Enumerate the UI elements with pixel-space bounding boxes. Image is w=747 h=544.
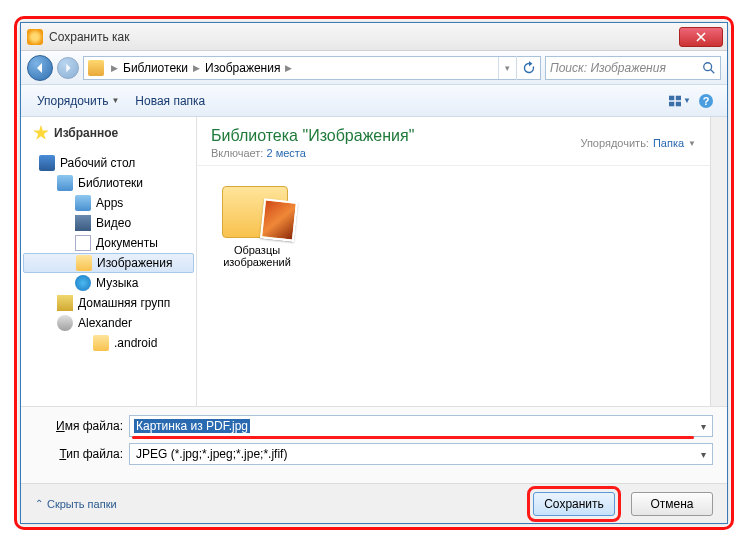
- hide-folders-toggle[interactable]: ⌃Скрыть папки: [35, 498, 117, 510]
- libraries-icon: [88, 60, 104, 76]
- folder-item[interactable]: Образцы изображений: [211, 180, 303, 268]
- search-placeholder: Поиск: Изображения: [550, 61, 666, 75]
- homegroup-icon: [57, 295, 73, 311]
- video-icon: [75, 215, 91, 231]
- organize-button[interactable]: Упорядочить▼: [29, 90, 127, 112]
- titlebar: Сохранить как: [21, 23, 727, 51]
- breadcrumb[interactable]: ▶ Библиотеки ▶ Изображения ▶ ▾: [83, 56, 541, 80]
- sidebar-apps[interactable]: Apps: [21, 193, 196, 213]
- highlight-frame: Сохранить как ▶ Библиотеки ▶ Изображения…: [14, 16, 734, 530]
- library-includes: Включает: 2 места: [211, 147, 580, 159]
- collapse-icon: ⌃: [35, 498, 43, 509]
- chevron-right-icon: ▶: [108, 63, 121, 73]
- filetype-select[interactable]: JPEG (*.jpg;*.jpeg;*.jpe;*.jfif): [129, 443, 713, 465]
- save-as-dialog: Сохранить как ▶ Библиотеки ▶ Изображения…: [20, 22, 728, 524]
- sidebar-user[interactable]: Alexander: [21, 313, 196, 333]
- close-icon: [696, 32, 706, 42]
- scrollbar[interactable]: [710, 117, 727, 406]
- file-area[interactable]: Образцы изображений: [197, 166, 710, 406]
- help-button[interactable]: ?: [695, 90, 717, 112]
- sidebar-video[interactable]: Видео: [21, 213, 196, 233]
- svg-rect-2: [676, 95, 681, 100]
- sidebar: Избранное Рабочий стол Библиотеки Apps В…: [21, 117, 197, 406]
- back-button[interactable]: [27, 55, 53, 81]
- toolbar: Упорядочить▼ Новая папка ▼ ?: [21, 85, 727, 117]
- sidebar-pictures[interactable]: Изображения: [23, 253, 194, 273]
- sidebar-desktop[interactable]: Рабочий стол: [21, 153, 196, 173]
- sidebar-homegroup[interactable]: Домашняя групп: [21, 293, 196, 313]
- sidebar-favorites[interactable]: Избранное: [21, 123, 196, 143]
- main-header: Библиотека "Изображения" Включает: 2 мес…: [197, 117, 710, 166]
- cancel-button[interactable]: Отмена: [631, 492, 713, 516]
- filename-input[interactable]: Картинка из PDF.jpg: [129, 415, 713, 437]
- filetype-label: Тип файла:: [35, 447, 123, 461]
- search-input[interactable]: Поиск: Изображения: [545, 56, 721, 80]
- bottom-panel: Имя файла: Картинка из PDF.jpg Тип файла…: [21, 406, 727, 523]
- highlight-underline: [132, 436, 694, 439]
- close-button[interactable]: [679, 27, 723, 47]
- filename-label: Имя файла:: [35, 419, 123, 433]
- library-title: Библиотека "Изображения": [211, 127, 580, 145]
- pictures-icon: [76, 255, 92, 271]
- save-button[interactable]: Сохранить: [533, 492, 615, 516]
- svg-rect-4: [676, 101, 681, 106]
- folder-label: Образцы изображений: [211, 244, 303, 268]
- sidebar-documents[interactable]: Документы: [21, 233, 196, 253]
- star-icon: [33, 125, 49, 141]
- sort-control[interactable]: Упорядочить:Папка▼: [580, 127, 696, 159]
- window-title: Сохранить как: [49, 30, 679, 44]
- app-icon: [27, 29, 43, 45]
- desktop-icon: [39, 155, 55, 171]
- folder-icon: [75, 195, 91, 211]
- user-icon: [57, 315, 73, 331]
- chevron-right-icon: ▶: [282, 63, 295, 73]
- nav-row: ▶ Библиотеки ▶ Изображения ▶ ▾ Поиск: Из…: [21, 51, 727, 85]
- sidebar-libraries[interactable]: Библиотеки: [21, 173, 196, 193]
- search-icon: [702, 61, 716, 75]
- filename-value: Картинка из PDF.jpg: [134, 419, 250, 433]
- svg-point-0: [704, 62, 712, 70]
- document-icon: [75, 235, 91, 251]
- svg-rect-1: [669, 95, 674, 100]
- newfolder-button[interactable]: Новая папка: [127, 90, 213, 112]
- svg-rect-3: [669, 101, 674, 106]
- help-icon: ?: [698, 93, 714, 109]
- refresh-button[interactable]: [516, 56, 540, 80]
- filetype-value: JPEG (*.jpg;*.jpeg;*.jpe;*.jfif): [134, 447, 289, 461]
- music-icon: [75, 275, 91, 291]
- refresh-icon: [522, 61, 536, 75]
- sidebar-music[interactable]: Музыка: [21, 273, 196, 293]
- libraries-icon: [57, 175, 73, 191]
- breadcrumb-dropdown[interactable]: ▾: [498, 57, 516, 79]
- breadcrumb-libraries[interactable]: Библиотеки: [121, 61, 190, 75]
- svg-text:?: ?: [703, 95, 710, 107]
- forward-button[interactable]: [57, 57, 79, 79]
- sidebar-android[interactable]: .android: [21, 333, 196, 353]
- main-pane: Библиотека "Изображения" Включает: 2 мес…: [197, 117, 710, 406]
- folder-thumbnail-icon: [222, 180, 292, 238]
- highlight-save: Сохранить: [527, 486, 621, 522]
- breadcrumb-pictures[interactable]: Изображения: [203, 61, 282, 75]
- view-button[interactable]: ▼: [669, 90, 691, 112]
- chevron-right-icon: ▶: [190, 63, 203, 73]
- view-icon: [669, 94, 681, 108]
- folder-icon: [93, 335, 109, 351]
